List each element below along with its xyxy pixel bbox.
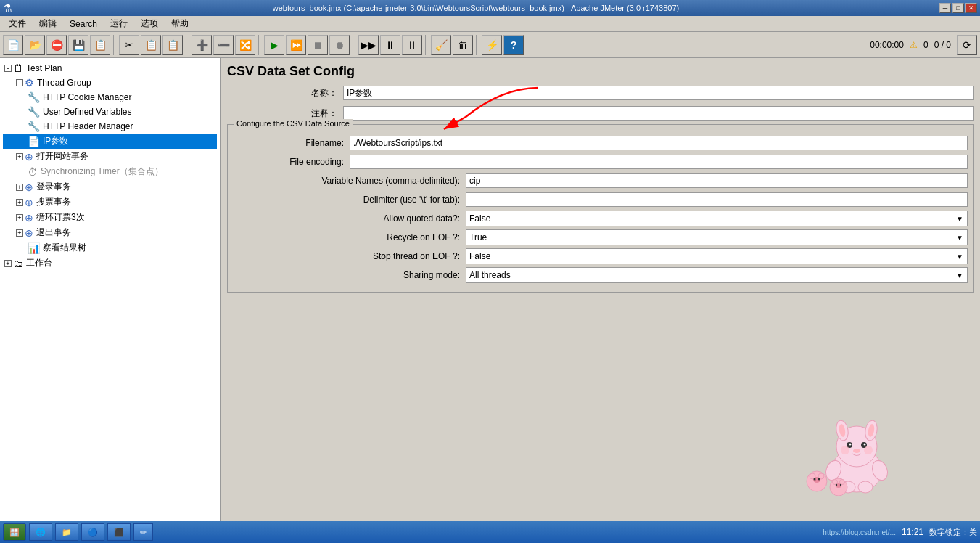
tree-item-http-header[interactable]: 🔧 HTTP Header Manager (3, 119, 217, 134)
login-tx-label: 登录事务 (36, 181, 71, 193)
csv-config-section: Configure the CSV Data Source Filename: (227, 124, 974, 293)
exit-tx-icon: ⊕ (25, 227, 33, 239)
save-file-button[interactable]: 💾 (68, 35, 88, 55)
menu-edit[interactable]: 编辑 (33, 16, 62, 31)
clear-all-button[interactable]: 🗑 (453, 35, 473, 55)
revert-button[interactable]: 📋 (90, 35, 110, 55)
delimiter-label: Delimiter (use '\t' for tab): (234, 195, 466, 205)
expand-exit[interactable]: + (16, 229, 23, 237)
recycle-eof-select[interactable]: True False (466, 229, 968, 245)
svg-point-9 (849, 444, 852, 446)
tree-item-user-defined[interactable]: 🔧 User Defined Variables (3, 105, 217, 119)
variable-names-input[interactable] (466, 173, 968, 188)
ip-param-icon: 📄 (28, 136, 40, 147)
stop-button[interactable]: ⏹ (308, 35, 328, 55)
user-defined-icon: 🔧 (28, 106, 40, 118)
taskbar-pen-button[interactable]: ✏ (133, 523, 153, 541)
expand-button[interactable]: ➕ (192, 35, 212, 55)
comment-input[interactable] (343, 106, 974, 121)
taskbar-cmd-button[interactable]: ⬛ (107, 523, 131, 541)
expand-open-website[interactable]: + (16, 153, 23, 160)
svg-point-12 (841, 446, 849, 454)
help-button[interactable]: ? (503, 35, 524, 55)
sharing-mode-select[interactable]: All threads Current thread group Current… (466, 267, 968, 283)
expand-search[interactable]: + (16, 199, 23, 206)
function-helper-button[interactable]: ⚡ (482, 35, 502, 55)
svg-point-29 (840, 480, 845, 485)
variable-names-label: Variable Names (comma-delimited): (234, 176, 466, 186)
collapse-button[interactable]: ➖ (213, 35, 234, 55)
open-website-label: 打开网站事务 (36, 150, 88, 163)
recycle-eof-row: Recycle on EOF ?: True False (234, 229, 968, 245)
minimize-button[interactable]: ─ (939, 3, 951, 13)
stop-thread-row: Stop thread on EOF ?: False True (234, 248, 968, 264)
taskbar-explorer-button[interactable]: 📁 (55, 523, 78, 541)
tree-item-thread-group[interactable]: - ⚙ Thread Group (3, 75, 217, 90)
taskbar-ie-button[interactable]: 🌐 (29, 523, 52, 541)
remote-stop-button[interactable]: ⏸ (380, 35, 400, 55)
tree-item-search-tx[interactable]: + ⊕ 搜票事务 (3, 195, 217, 210)
name-input[interactable] (343, 86, 974, 100)
tree-item-open-website[interactable]: + ⊕ 打开网站事务 (3, 149, 217, 164)
taskbar-right: https://blog.csdn.net/... 11:21 数字锁定：关 (823, 527, 977, 538)
stop-thread-select[interactable]: False True (466, 248, 968, 264)
tree-item-http-cookie[interactable]: 🔧 HTTP Cookie Manager (3, 90, 217, 105)
new-button[interactable]: 📄 (3, 35, 23, 55)
expand-thread-group[interactable]: - (16, 79, 23, 86)
save-button[interactable]: ⛔ (46, 35, 67, 55)
loop-tx-label: 循环订票3次 (36, 211, 85, 224)
tree-item-workspace[interactable]: + 🗂 工作台 (3, 256, 217, 271)
menu-options[interactable]: 选项 (135, 16, 164, 31)
comment-label: 注释： (227, 107, 343, 120)
expand-loop[interactable]: + (16, 214, 23, 221)
toolbar-separator-1 (113, 35, 116, 55)
cut-button[interactable]: ✂ (119, 35, 139, 55)
tree-item-login-tx[interactable]: + ⊕ 登录事务 (3, 179, 217, 195)
recycle-eof-label: Recycle on EOF ?: (234, 232, 466, 242)
tree-item-ip-param[interactable]: 📄 IP参数 (3, 134, 217, 149)
remote-shutdown-button[interactable]: ⏸ (402, 35, 422, 55)
allow-quoted-label: Allow quoted data?: (234, 213, 466, 224)
svg-point-24 (815, 480, 816, 481)
http-header-label: HTTP Header Manager (43, 121, 133, 131)
start-menu-button[interactable]: 🪟 (3, 523, 26, 541)
ip-param-label: IP参数 (43, 135, 68, 147)
taskbar-chrome-button[interactable]: 🔵 (81, 523, 104, 541)
filename-input[interactable] (350, 136, 968, 150)
page-nav-button[interactable]: ⟳ (957, 35, 977, 55)
start-button[interactable]: ▶ (264, 35, 284, 55)
http-cookie-icon: 🔧 (28, 91, 40, 103)
tree-item-exit-tx[interactable]: + ⊕ 退出事务 (3, 225, 217, 240)
allow-quoted-select[interactable]: False True (466, 211, 968, 226)
open-button[interactable]: 📂 (25, 35, 45, 55)
copy-button[interactable]: 📋 (141, 35, 161, 55)
maximize-button[interactable]: □ (952, 3, 964, 13)
menu-search[interactable]: Search (64, 17, 103, 30)
user-defined-label: User Defined Variables (43, 107, 132, 117)
pen-icon: ✏ (140, 528, 147, 537)
tree-item-loop-tx[interactable]: + ⊕ 循环订票3次 (3, 210, 217, 225)
shutdown-button[interactable]: ⏺ (329, 35, 350, 55)
tree-item-sync-timer[interactable]: ⏱ Synchronizing Timer（集合点） (3, 164, 217, 179)
menu-run[interactable]: 运行 (104, 16, 133, 31)
paste-button[interactable]: 📋 (162, 35, 183, 55)
start-no-pause-button[interactable]: ⏩ (286, 35, 306, 55)
svg-point-13 (864, 446, 873, 454)
close-button[interactable]: ✕ (965, 3, 977, 13)
file-encoding-input[interactable] (350, 155, 968, 169)
clear-button[interactable]: 🧹 (431, 35, 451, 55)
menu-help[interactable]: 帮助 (165, 16, 194, 31)
remote-start-button[interactable]: ▶▶ (358, 35, 379, 55)
tree-item-test-plan[interactable]: - 🗒 Test Plan (3, 61, 217, 75)
error-count: 0 (923, 40, 928, 50)
name-row: 名称： (227, 85, 974, 101)
search-tx-label: 搜票事务 (36, 196, 71, 208)
expand-login[interactable]: + (16, 184, 23, 191)
toggle-button[interactable]: 🔀 (235, 35, 255, 55)
config-panel: CSV Data Set Config 名称： 注释： Configure th… (221, 58, 980, 521)
expand-test-plan[interactable]: - (4, 65, 12, 72)
menu-file[interactable]: 文件 (3, 16, 32, 31)
tree-item-view-result[interactable]: 📊 察看结果树 (3, 240, 217, 256)
expand-workspace[interactable]: + (4, 260, 12, 267)
delimiter-input[interactable] (466, 192, 968, 207)
